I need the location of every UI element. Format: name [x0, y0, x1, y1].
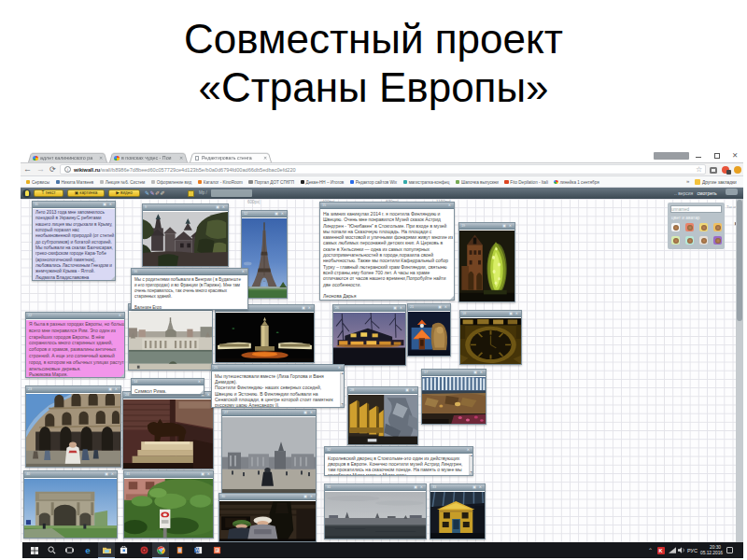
svg-text:W: W	[194, 548, 199, 553]
svg-text:e: e	[85, 546, 91, 554]
svg-text:P: P	[215, 548, 218, 553]
